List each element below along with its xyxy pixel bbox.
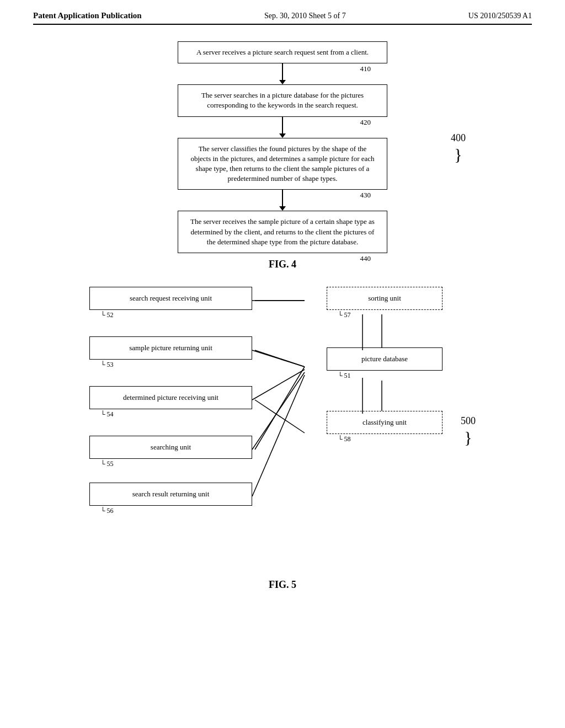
fig4-step-4-label: 440 xyxy=(360,254,371,263)
fig5-unit-classifying: classifying unit └ 58 xyxy=(327,411,443,446)
fig5-unit-search-result: search result returning unit └ 56 xyxy=(89,483,252,518)
fig4-step-2-box: The server searches in a picture databas… xyxy=(178,84,387,116)
fig5-diagram: search request receiving unit └ 52 sampl… xyxy=(89,287,476,574)
header-right: US 2010/250539 A1 xyxy=(468,12,532,20)
page-header: Patent Application Publication Sep. 30, … xyxy=(33,11,532,25)
arrow-3 xyxy=(279,190,286,211)
fig5-unit-picture-database: picture database └ 51 xyxy=(327,347,443,383)
fig5-unit-search-request-box: search request receiving unit xyxy=(89,287,252,310)
fig5-unit-57-label: └ 57 xyxy=(327,311,443,319)
fig5-unit-55-label: └ 55 xyxy=(89,460,252,468)
fig4-step-1-label: 410 xyxy=(360,65,371,73)
fig5-unit-sample-picture: sample picture returning unit └ 53 xyxy=(89,336,252,372)
fig5-unit-53-label: └ 53 xyxy=(89,361,252,369)
svg-line-9 xyxy=(252,372,305,449)
svg-line-2 xyxy=(255,400,305,433)
fig5-unit-search-request: search request receiving unit └ 52 xyxy=(89,287,252,322)
fig5-unit-52-label: └ 52 xyxy=(89,311,252,319)
fig5-unit-determined-picture: determined picture receiving unit └ 54 xyxy=(89,386,252,421)
fig4-step-3-label: 430 xyxy=(360,191,371,200)
svg-line-3 xyxy=(255,367,305,449)
fig4-title: FIG. 4 xyxy=(33,259,532,270)
fig5-unit-searching: searching unit └ 55 xyxy=(89,436,252,471)
fig5-unit-determined-picture-box: determined picture receiving unit xyxy=(89,386,252,409)
arrow-2 xyxy=(279,117,286,138)
arrow-1 xyxy=(279,63,286,84)
svg-line-8 xyxy=(252,370,305,400)
fig5-unit-searching-box: searching unit xyxy=(89,436,252,459)
fig5-unit-sample-picture-box: sample picture returning unit xyxy=(89,336,252,360)
fig5-unit-classifying-box: classifying unit xyxy=(327,411,443,434)
fig5-unit-search-result-box: search result returning unit xyxy=(89,483,252,506)
fig5-title: FIG. 5 xyxy=(33,579,532,591)
fig4-step-2-label: 420 xyxy=(360,118,371,127)
fig5-unit-58-label: └ 58 xyxy=(327,435,443,443)
fig4-step-3-box: The server classifies the found pictures… xyxy=(178,138,387,190)
fig5-unit-sorting: sorting unit └ 57 xyxy=(327,287,443,322)
fig4-flowchart: A server receives a picture search reque… xyxy=(178,41,387,253)
header-left: Patent Application Publication xyxy=(33,11,142,20)
fig5-unit-sorting-box: sorting unit xyxy=(327,287,443,310)
svg-line-1 xyxy=(255,350,305,367)
header-center: Sep. 30, 2010 Sheet 5 of 7 xyxy=(264,12,346,20)
fig5-500-label: 500 } xyxy=(461,415,476,445)
fig4-400-label: 400 } xyxy=(451,132,466,162)
fig4-step-1-box: A server receives a picture search reque… xyxy=(178,41,387,63)
svg-line-10 xyxy=(252,375,305,496)
svg-line-7 xyxy=(252,350,305,367)
fig5-unit-51-label: └ 51 xyxy=(327,372,443,380)
fig5-unit-picture-database-box: picture database xyxy=(327,347,443,371)
fig4-step-4-box: The server receives the sample picture o… xyxy=(178,211,387,253)
fig5-unit-54-label: └ 54 xyxy=(89,410,252,419)
fig5-unit-56-label: └ 56 xyxy=(89,507,252,515)
